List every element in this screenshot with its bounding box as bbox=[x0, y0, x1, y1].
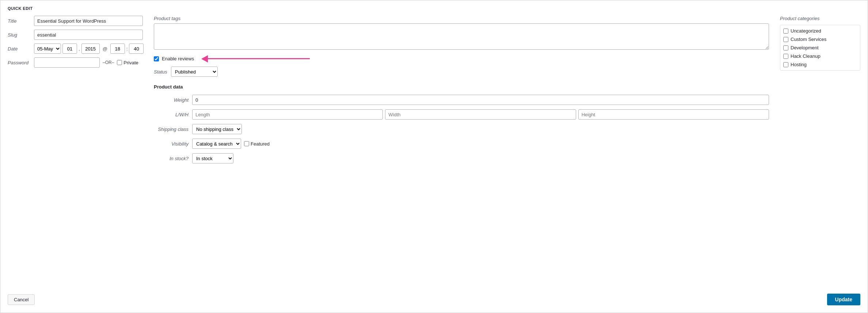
lwh-label: L/W/H bbox=[154, 112, 189, 117]
cat-checkbox-hosting[interactable] bbox=[783, 62, 788, 67]
cat-label-hosting: Hosting bbox=[791, 62, 807, 67]
visibility-label: Visibility bbox=[154, 141, 189, 147]
cancel-button[interactable]: Cancel bbox=[8, 294, 35, 305]
categories-label: Product categories bbox=[780, 16, 860, 21]
date-colon: : bbox=[126, 46, 128, 52]
quick-edit-title: QUICK EDIT bbox=[8, 6, 860, 11]
bottom-bar: Cancel Update bbox=[8, 290, 860, 305]
title-label: Title bbox=[8, 18, 34, 24]
slug-input[interactable] bbox=[34, 30, 143, 40]
date-at: @ bbox=[103, 46, 107, 52]
cat-checkbox-development[interactable] bbox=[783, 45, 788, 50]
slug-label: Slug bbox=[8, 32, 34, 38]
status-label: Status bbox=[154, 69, 167, 75]
featured-checkbox[interactable] bbox=[244, 141, 249, 146]
weight-input[interactable] bbox=[192, 95, 769, 105]
status-row: Status Published Draft Pending Review Pr… bbox=[154, 67, 769, 77]
date-comma: , bbox=[79, 46, 80, 52]
cat-item-uncategorized: Uncategorized bbox=[783, 28, 857, 34]
password-input[interactable] bbox=[34, 57, 100, 68]
slug-row: Slug bbox=[8, 30, 143, 40]
cat-checkbox-uncategorized[interactable] bbox=[783, 29, 788, 34]
enable-reviews-label: Enable reviews bbox=[162, 56, 194, 61]
date-fields: 05-May , @ : bbox=[34, 44, 144, 54]
date-label: Date bbox=[8, 46, 34, 52]
cat-item-custom-services: Custom Services bbox=[783, 37, 857, 42]
date-row: Date 05-May , @ : bbox=[8, 44, 143, 54]
lwh-row: L/W/H bbox=[154, 109, 769, 120]
cat-label-hack-cleanup: Hack Cleanup bbox=[791, 53, 821, 59]
shipping-class-row: Shipping class No shipping class bbox=[154, 124, 769, 134]
weight-label: Weight bbox=[154, 97, 189, 103]
in-stock-row: In stock? In stock Out of stock On backo… bbox=[154, 153, 769, 163]
in-stock-label: In stock? bbox=[154, 156, 189, 161]
password-label: Password bbox=[8, 60, 34, 65]
weight-row: Weight bbox=[154, 95, 769, 105]
date-month-select[interactable]: 05-May bbox=[34, 44, 61, 54]
featured-label: Featured bbox=[251, 141, 270, 147]
center-column: Product tags Enable reviews Status Publi… bbox=[154, 16, 780, 279]
date-year-input[interactable] bbox=[81, 44, 100, 54]
left-column: Title Slug Date 05-May , @ bbox=[8, 16, 154, 279]
status-select[interactable]: Published Draft Pending Review Private bbox=[171, 67, 218, 77]
width-input[interactable] bbox=[385, 109, 576, 120]
lwh-group bbox=[192, 109, 769, 120]
in-stock-select[interactable]: In stock Out of stock On backorder bbox=[192, 153, 233, 163]
right-column: Product categories Uncategorized Custom … bbox=[780, 16, 860, 279]
update-button[interactable]: Update bbox=[827, 294, 860, 305]
cat-label-development: Development bbox=[791, 45, 819, 50]
arrow-line bbox=[208, 58, 310, 59]
private-label: Private bbox=[123, 60, 138, 65]
cat-checkbox-hack-cleanup[interactable] bbox=[783, 54, 788, 59]
cat-label-uncategorized: Uncategorized bbox=[791, 28, 821, 34]
enable-reviews-row: Enable reviews bbox=[154, 56, 769, 61]
arrow-annotation bbox=[201, 55, 310, 63]
title-row: Title bbox=[8, 16, 143, 26]
shipping-class-select[interactable]: No shipping class bbox=[192, 124, 242, 134]
cat-item-development: Development bbox=[783, 45, 857, 50]
shipping-class-label: Shipping class bbox=[154, 127, 189, 132]
length-input[interactable] bbox=[192, 109, 383, 120]
cat-item-hack-cleanup: Hack Cleanup bbox=[783, 53, 857, 59]
product-tags-label: Product tags bbox=[154, 16, 769, 21]
cat-checkbox-custom-services[interactable] bbox=[783, 37, 788, 42]
or-label: –OR– bbox=[103, 60, 114, 65]
private-wrap: Private bbox=[117, 60, 138, 65]
private-checkbox[interactable] bbox=[117, 60, 122, 65]
enable-reviews-checkbox[interactable] bbox=[154, 56, 159, 61]
product-tags-textarea[interactable] bbox=[154, 23, 769, 50]
visibility-row: Visibility Catalog & search Catalog Sear… bbox=[154, 139, 769, 149]
featured-wrap: Featured bbox=[244, 141, 270, 147]
title-input[interactable] bbox=[34, 16, 143, 26]
visibility-select[interactable]: Catalog & search Catalog Search Hidden bbox=[192, 139, 241, 149]
product-data-title: Product data bbox=[154, 84, 769, 90]
date-day-input[interactable] bbox=[62, 44, 77, 54]
date-hour-input[interactable] bbox=[110, 44, 125, 54]
product-tags-section: Product tags bbox=[154, 16, 769, 51]
cat-label-custom-services: Custom Services bbox=[791, 37, 826, 42]
cat-item-hosting: Hosting bbox=[783, 62, 857, 67]
categories-list: Uncategorized Custom Services Developmen… bbox=[780, 25, 860, 71]
visibility-controls: Catalog & search Catalog Search Hidden F… bbox=[192, 139, 270, 149]
password-row: Password –OR– Private bbox=[8, 57, 143, 68]
arrow-head bbox=[201, 55, 208, 63]
password-fields: –OR– Private bbox=[34, 57, 138, 68]
height-input[interactable] bbox=[578, 109, 769, 120]
date-min-input[interactable] bbox=[129, 44, 144, 54]
